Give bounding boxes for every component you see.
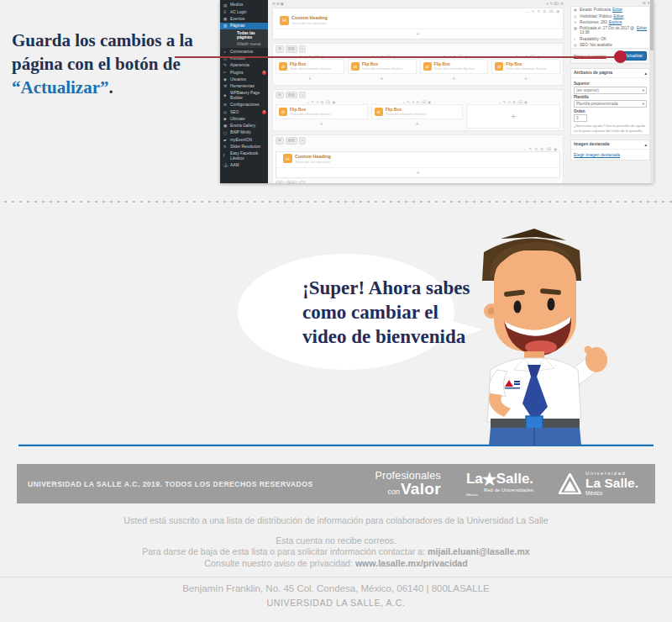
wp-sidebar-item-icon: ⚙ bbox=[223, 103, 228, 107]
wp-sidebar-item[interactable]: ◈ WPBakery Page Builder bbox=[220, 90, 268, 102]
add-element-button[interactable]: + bbox=[276, 74, 344, 83]
flipbox-icon: ⇄ bbox=[423, 62, 432, 71]
privacy-link[interactable]: www.lasalle.mx/privacidad bbox=[355, 558, 468, 568]
lasalle-emblem-icon bbox=[559, 473, 581, 494]
bubble-line: como cambiar el bbox=[302, 300, 470, 324]
flipbox-block[interactable]: ⇄ Flip Box Texto del elemento flip box bbox=[276, 59, 344, 74]
add-element-button[interactable]: + bbox=[371, 119, 464, 129]
flipbox-block[interactable]: ⇄ Flip Box Texto del elemento flip box bbox=[371, 104, 464, 119]
wp-sidebar-item[interactable]: Añadir nueva bbox=[220, 41, 268, 48]
wp-sidebar-item-label: AAM bbox=[230, 163, 239, 168]
row-add-button[interactable]: + bbox=[299, 137, 307, 145]
instruction-text-before: Guarda los cambios a la página con el bo… bbox=[12, 30, 193, 74]
wp-sidebar-item-icon: ⌗ bbox=[223, 71, 228, 75]
organization-name: UNIVERSIDAD LA SALLE, A.C. bbox=[0, 596, 672, 610]
wp-sidebar-item[interactable]: f Easy Facebook Likebox bbox=[220, 150, 268, 162]
flipbox-block[interactable]: ⇄ Flip Box Texto del elemento flip box bbox=[491, 59, 560, 74]
add-element-button[interactable]: + bbox=[348, 74, 417, 83]
wp-sidebar-item-label: Easy Facebook Likebox bbox=[230, 151, 266, 161]
bubble-line: ¡Super! Ahora sabes bbox=[302, 276, 470, 300]
template-select[interactable]: Plantilla predeterminada ▾ bbox=[574, 100, 647, 108]
row-add-button[interactable]: + bbox=[299, 45, 307, 53]
set-featured-image-link[interactable]: Elegir imagen destacada bbox=[574, 152, 620, 157]
row-drag-handle[interactable]: ⊞ bbox=[276, 181, 284, 184]
star-icon: ★ bbox=[482, 471, 497, 488]
row-layout-button[interactable]: ▥▥ bbox=[286, 92, 297, 99]
wp-sidebar-item[interactable]: ▦ Eventos bbox=[220, 16, 268, 23]
bubble-line: video de bienvenida bbox=[302, 324, 470, 349]
order-label: Orden bbox=[574, 109, 647, 113]
scrollbar[interactable] bbox=[650, 0, 654, 183]
wp-right-rail: ⚙ ✕ ◉ Estado: Publicada Editar ◎ Visibil… bbox=[568, 0, 654, 183]
add-element-button[interactable]: + bbox=[466, 104, 560, 129]
no-reply-notice: Esta cuenta no recibe correos. bbox=[0, 535, 672, 547]
instruction-text: Guarda los cambios a la página con el bo… bbox=[12, 29, 213, 99]
wp-sidebar-item[interactable]: ⚿ AC Login bbox=[220, 8, 268, 15]
add-element-button[interactable]: + bbox=[420, 74, 489, 83]
row-add-button[interactable]: + bbox=[299, 92, 307, 99]
wp-sidebar-item-label: AC Login bbox=[230, 10, 247, 15]
publish-edit-link[interactable]: Editar bbox=[637, 26, 647, 30]
row-layout-button[interactable]: ▥▥ bbox=[286, 181, 297, 184]
flipbox-block[interactable]: ⇄ Flip Box Texto del elemento flip box bbox=[348, 59, 417, 74]
wp-sidebar-item[interactable]: ⌗ Plugins 1 bbox=[220, 69, 268, 76]
parent-label: Superior bbox=[574, 82, 647, 86]
wp-sidebar-item[interactable]: ⚙ Configuraciones bbox=[220, 102, 268, 108]
add-element-button[interactable]: + bbox=[276, 168, 559, 177]
flipbox-column: + ✎ ✕ ⧉ ⌫ ◉ ⇄ Flip Box Texto del element… bbox=[420, 55, 489, 83]
wp-sidebar-item-icon: ▤ bbox=[223, 3, 228, 8]
publish-edit-link[interactable]: Explora bbox=[609, 20, 622, 24]
collapse-icon[interactable]: ▴ bbox=[645, 142, 647, 147]
row-add-button[interactable]: + bbox=[299, 181, 307, 184]
publish-edit-link[interactable]: Editar bbox=[612, 8, 622, 12]
eye bbox=[548, 298, 555, 311]
rail-top-icons[interactable]: ⚙ ✕ bbox=[570, 1, 650, 5]
wp-sidebar-item[interactable]: Todas las páginas bbox=[220, 29, 268, 41]
row-layout-button[interactable]: ▥▥ bbox=[286, 137, 297, 145]
help-text: ¿Necesitas ayuda? Usa la pestaña de ayud… bbox=[574, 124, 647, 133]
row-drag-handle[interactable]: ⊞ bbox=[276, 92, 284, 99]
contact-email[interactable]: mijail.eluani@lasalle.mx bbox=[428, 546, 530, 556]
wp-sidebar-item[interactable]: ▥ Páginas bbox=[220, 23, 268, 29]
collapse-icon[interactable]: ▴ bbox=[645, 71, 647, 76]
row-columns: + ✎ ✕ ⧉ ⌫ ◉ ⇄ Flip Box Texto del element… bbox=[276, 55, 560, 83]
add-element-button[interactable]: + bbox=[276, 119, 368, 129]
custom-heading-block[interactable]: + ✎ ✕ ⧉ ⌫ ◉ H Custom Heading Texto del e… bbox=[272, 8, 564, 40]
wp-sidebar-item[interactable]: ▰ myEventON bbox=[220, 136, 268, 143]
custom-heading-block[interactable]: H Custom Heading Texto del encabezado + bbox=[276, 151, 560, 178]
flipbox-block[interactable]: ⇄ Flip Box Texto del elemento flip box bbox=[420, 59, 489, 74]
order-input[interactable]: 3 bbox=[574, 114, 587, 122]
flipbox-desc: Texto del elemento flip box bbox=[290, 112, 330, 116]
metabox-title: Imagen destacada bbox=[574, 142, 609, 147]
wp-sidebar-item[interactable]: ▤ Medios bbox=[220, 2, 268, 8]
footer-logos: Profesionales con Valor La ★ Salle. Red … bbox=[375, 471, 638, 498]
publish-row-icon: ◎ bbox=[574, 14, 578, 18]
row-drag-handle[interactable]: ⊞ bbox=[276, 45, 284, 53]
wp-topbar-right-icons[interactable]: + ✎ ⌦ ✕ bbox=[546, 2, 564, 6]
wp-sidebar-item[interactable]: ◆ Ultimate bbox=[220, 115, 268, 122]
wp-sidebar-item[interactable]: ⚓ AAM bbox=[220, 162, 268, 169]
wp-sidebar-item[interactable]: ◖ Comentarios bbox=[220, 48, 268, 55]
parent-select[interactable]: (sin superior) ▾ bbox=[574, 87, 647, 94]
publish-edit-link[interactable]: Editar bbox=[613, 14, 623, 18]
flipbox-column: + ✎ ✕ ⧉ ⌫ ◉ ⇄ Flip Box Texto del element… bbox=[371, 100, 464, 129]
wp-sidebar-item[interactable]: ▣ Envira Gallery bbox=[220, 123, 268, 129]
add-element-button[interactable]: + bbox=[273, 29, 563, 39]
wp-sidebar-item[interactable]: ↻ Slider Revolution bbox=[220, 144, 268, 150]
wp-sidebar-item-label: Envira Gallery bbox=[230, 124, 255, 129]
wp-topbar-left-icons[interactable]: ⊡ ⧉ ◉ bbox=[272, 2, 284, 6]
row-layout-button[interactable]: ▥▥ bbox=[286, 45, 297, 53]
wp-sidebar-item[interactable]: ◎ SEO 1 bbox=[220, 108, 268, 115]
copyright-text: UNIVERSIDAD LA SALLE A.C. 2019. TODOS LO… bbox=[28, 480, 313, 488]
row-drag-handle[interactable]: ⊞ bbox=[276, 137, 284, 145]
flipbox-desc: Texto del elemento flip box bbox=[290, 66, 330, 71]
wp-sidebar-item[interactable]: ◉ Usuarios bbox=[220, 76, 268, 82]
wp-sidebar-item[interactable]: ✎ Apariencia bbox=[220, 62, 268, 69]
add-element-button[interactable]: + bbox=[491, 74, 560, 83]
wp-sidebar-item[interactable]: ▢ BWP Minify bbox=[220, 129, 268, 136]
wp-sidebar-item-label: Todas las páginas bbox=[237, 31, 266, 40]
wp-sidebar-item-icon: ◖ bbox=[223, 50, 228, 54]
annotation-line bbox=[175, 56, 626, 58]
flipbox-block[interactable]: ⇄ Flip Box Texto del elemento flip box bbox=[276, 104, 368, 119]
wp-sidebar-item[interactable]: ⚒ Herramientas bbox=[220, 83, 268, 90]
